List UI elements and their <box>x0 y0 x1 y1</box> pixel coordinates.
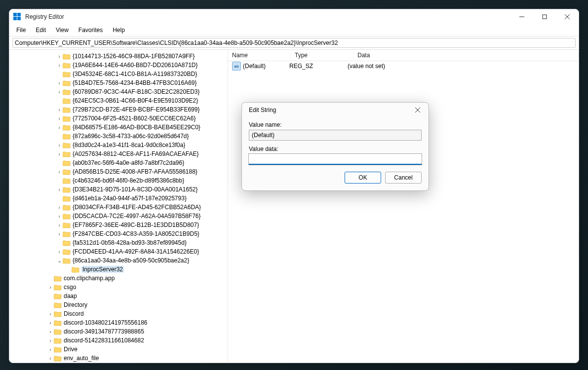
folder-icon <box>63 142 71 148</box>
tree-item[interactable]: ›{DD5CACDA-7C2E-4997-A62A-04A597B58F76} <box>11 212 228 221</box>
folder-icon <box>63 62 71 69</box>
tree-item[interactable]: {d461eb1a-24a0-944f-a57f-187e20925793} <box>11 194 228 203</box>
tree-item-label: {EF7865F2-36EE-489C-B12B-1E3DD1B5D807} <box>73 222 199 228</box>
expand-icon[interactable]: › <box>47 337 54 343</box>
expand-icon[interactable]: › <box>47 355 54 361</box>
expand-icon[interactable]: › <box>56 151 63 157</box>
tree-item[interactable]: daap <box>11 292 228 300</box>
tree-item[interactable]: ›{84D68575-E186-46AD-B0CB-BAEB45EE29C0} <box>11 123 228 132</box>
address-input[interactable] <box>12 38 576 48</box>
tree-item[interactable]: ›env_auto_file <box>11 354 228 363</box>
cancel-button[interactable]: Cancel <box>385 172 422 184</box>
expand-icon[interactable]: › <box>47 320 54 326</box>
expand-icon[interactable]: › <box>56 107 63 112</box>
close-button[interactable] <box>556 9 579 24</box>
expand-icon[interactable]: ⌄ <box>56 258 63 264</box>
tree-item[interactable]: ›Drive <box>11 345 228 354</box>
folder-icon <box>63 150 71 157</box>
tree-item[interactable]: ›{FCDD4EED-41AA-492F-8A84-31A1546226E0} <box>11 247 228 256</box>
tree-item-label: {F2847CBE-CD03-4C83-A359-1A8052C1B9D5} <box>73 230 199 237</box>
value-row[interactable]: ab(Default)REG_SZ(value not set) <box>228 61 579 71</box>
expand-icon[interactable]: › <box>56 62 63 68</box>
tree-item[interactable]: ›discord-1034802141975556186 <box>11 318 228 327</box>
expand-icon[interactable]: › <box>56 53 63 59</box>
dialog-title-bar[interactable]: Edit String <box>242 103 429 117</box>
column-name[interactable]: Name <box>228 52 291 59</box>
expand-icon[interactable]: › <box>56 213 63 219</box>
tree-item-label: {DD5CACDA-7C2E-4997-A62A-04A597B58F76} <box>73 213 200 220</box>
expand-icon[interactable]: › <box>47 311 54 317</box>
tree-item[interactable]: ›{AD856B15-D25E-4008-AFB7-AFAA55586188} <box>11 167 228 176</box>
dialog-close-button[interactable] <box>412 104 424 116</box>
column-data[interactable]: Data <box>353 52 579 59</box>
tree-item[interactable]: ›Discord <box>11 309 228 318</box>
expand-icon[interactable]: › <box>56 186 63 192</box>
tree-item[interactable]: ›{F2847CBE-CD03-4C83-A359-1A8052C1B9D5} <box>11 229 228 238</box>
tree-item[interactable]: {872a696c-3c58-4733-a06c-92d0e85d647d} <box>11 132 228 141</box>
tree-item[interactable]: ›{77257004-6F25-4521-B602-50ECC6EC62A6} <box>11 114 228 123</box>
tree-item[interactable]: ›{D8034CFA-F34B-41FE-AD45-62FCBB52A6DA} <box>11 203 228 212</box>
expand-icon[interactable]: › <box>56 222 63 228</box>
expand-icon[interactable]: › <box>56 249 63 255</box>
menu-view[interactable]: View <box>51 25 74 35</box>
tree-item[interactable]: InprocServer32 <box>11 265 228 274</box>
tree-item-label: {86ca1aa0-34aa-4e8b-a509-50c905bae2a2} <box>73 257 189 264</box>
tree-item[interactable]: ›{51B4D7E5-7568-4234-B4BB-47FB3C016A69} <box>11 78 228 87</box>
tree-item[interactable]: {c4b63246-bd6f-46f0-8e2b-d89f5386c8bb} <box>11 176 228 185</box>
tree-item[interactable]: Directory <box>11 300 228 309</box>
tree-item[interactable]: ›{19A6E644-14E6-4A60-B8D7-DD20610A871D} <box>11 61 228 70</box>
maximize-button[interactable] <box>533 9 556 24</box>
expand-icon[interactable]: › <box>47 329 54 334</box>
tree-item[interactable]: {fa5312d1-0b58-428a-bd93-3b87ef89945d} <box>11 238 228 247</box>
tree-item-label: {AD856B15-D25E-4008-AFB7-AFAA55586188} <box>73 168 197 175</box>
tree-item[interactable]: ›{A0257634-8812-4CE8-AF11-FA69ACAEAFAE} <box>11 149 228 158</box>
tree-item[interactable]: ›csgo <box>11 283 228 292</box>
tree-item[interactable]: ›{10144713-1526-46C9-88DA-1FB52807A9FF} <box>11 52 228 61</box>
value-list[interactable]: Name Type Data ab(Default)REG_SZ(value n… <box>228 50 579 363</box>
tree-item[interactable]: ›{D3E34B21-9D75-101A-8C3D-00AA001A1652} <box>11 185 228 194</box>
expand-icon[interactable]: › <box>56 89 63 95</box>
menu-favorites[interactable]: Favorites <box>74 25 108 35</box>
expand-icon[interactable]: › <box>56 142 63 148</box>
value-name-field[interactable] <box>249 130 422 141</box>
ok-button[interactable]: OK <box>345 172 381 184</box>
folder-icon <box>63 79 71 86</box>
registry-tree[interactable]: ›{10144713-1526-46C9-88DA-1FB52807A9FF}›… <box>9 50 228 363</box>
expand-icon[interactable]: › <box>56 115 63 121</box>
menu-file[interactable]: File <box>11 25 31 35</box>
folder-icon <box>63 71 71 77</box>
expand-icon[interactable]: › <box>47 284 54 290</box>
tree-item[interactable]: ›{8d3d0c24-a1e3-41f1-8ca1-9d0c8ce13f0a} <box>11 141 228 149</box>
value-data-field[interactable] <box>249 154 422 165</box>
tree-item-label: {729B72CD-B72E-4FE9-BCBF-E954B33FE699} <box>73 106 199 113</box>
tree-item-label: {60789D87-9C3C-44AF-B18C-3DE2C2820ED3} <box>73 88 199 95</box>
folder-icon <box>54 310 62 317</box>
folder-icon <box>63 239 71 246</box>
tree-item[interactable]: ›{EF7865F2-36EE-489C-B12B-1E3DD1B5D807} <box>11 221 228 229</box>
folder-icon <box>63 133 71 140</box>
expand-icon[interactable]: › <box>56 231 63 237</box>
expand-icon[interactable]: › <box>56 169 63 175</box>
title-bar[interactable]: Registry Editor <box>9 9 579 24</box>
tree-item[interactable]: ›{60789D87-9C3C-44AF-B18C-3DE2C2820ED3} <box>11 87 228 96</box>
tree-item[interactable]: {3D45324E-68C1-41C0-B81A-A119837320BD} <box>11 70 228 78</box>
tree-item[interactable]: {624EC5C3-0B61-4C66-B0F4-E9E59103D9E2} <box>11 96 228 105</box>
expand-icon[interactable]: › <box>47 346 54 352</box>
minimize-button[interactable] <box>510 9 533 24</box>
menu-edit[interactable]: Edit <box>31 25 51 35</box>
expand-icon[interactable]: › <box>56 80 63 86</box>
column-type[interactable]: Type <box>291 52 353 59</box>
tree-item[interactable]: ›{729B72CD-B72E-4FE9-BCBF-E954B33FE699} <box>11 105 228 114</box>
tree-item-label: Directory <box>64 301 87 308</box>
tree-item[interactable]: com.clipchamp.app <box>11 274 228 283</box>
tree-item[interactable]: ›discord-514228311661084682 <box>11 336 228 345</box>
menu-help[interactable]: Help <box>108 25 130 35</box>
tree-item[interactable]: {ab0b37ec-56f6-4a0e-a8fd-7a8bf7c2da96} <box>11 158 228 167</box>
tree-item[interactable]: ⌄{86ca1aa0-34aa-4e8b-a509-50c905bae2a2} <box>11 256 228 265</box>
expand-icon[interactable]: › <box>56 204 63 210</box>
expand-icon[interactable]: › <box>56 124 63 130</box>
folder-icon <box>63 115 71 122</box>
tree-item-label: {624EC5C3-0B61-4C66-B0F4-E9E59103D9E2} <box>73 97 198 104</box>
tree-item[interactable]: ›discord-349134787773988865 <box>11 327 228 336</box>
folder-icon <box>63 257 71 264</box>
